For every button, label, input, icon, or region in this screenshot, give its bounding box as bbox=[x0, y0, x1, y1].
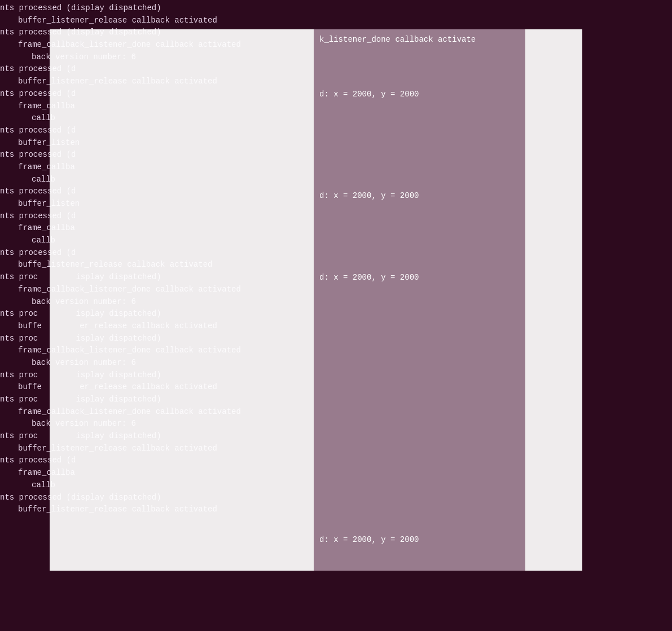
log-line: frame_callback_listener_done callback ac… bbox=[0, 39, 672, 51]
log-line: nts processed (d bbox=[0, 186, 672, 198]
log-line: nts proc isplay dispatched) bbox=[0, 394, 672, 406]
log-line: buffe er_release callback activated bbox=[0, 320, 672, 333]
log-line: nts proc isplay dispatched) bbox=[0, 271, 672, 284]
log-line: nts processed (d bbox=[0, 125, 672, 137]
log-line: buffer_listener_release callback activat… bbox=[0, 504, 672, 516]
log-line: frame_callba bbox=[0, 222, 672, 235]
log-line: frame_callba bbox=[0, 161, 672, 174]
log-line: nts proc isplay dispatched) bbox=[0, 333, 672, 345]
log-line: buffe er_release callback activated bbox=[0, 381, 672, 394]
log-line: back version number: 6 bbox=[0, 51, 672, 64]
log-line: nts processed (d bbox=[0, 88, 672, 100]
log-line: nts processed (d bbox=[0, 455, 672, 467]
log-line: nts processed (d bbox=[0, 247, 672, 259]
log-line: frame_callba bbox=[0, 100, 672, 113]
log-line: buffe_listener_release callback activate… bbox=[0, 259, 672, 271]
log-line: callb bbox=[0, 174, 672, 186]
log-line: frame_callback_listener_done callback ac… bbox=[0, 345, 672, 357]
log-line: buffer_listener_release callback activat… bbox=[0, 443, 672, 455]
log-line: nts processed (display dispatched) bbox=[0, 27, 672, 39]
log-line: frame_callback_listener_done callback ac… bbox=[0, 406, 672, 418]
log-line: nts processed (d bbox=[0, 210, 672, 223]
log-line: frame_callba bbox=[0, 467, 672, 479]
log-line: callb bbox=[0, 235, 672, 247]
log-line: back version number: 6 bbox=[0, 357, 672, 369]
log-line: buffer_listener_release callback activat… bbox=[0, 15, 672, 27]
log-line: nts proc isplay dispatched) bbox=[0, 430, 672, 443]
log-line: buffer_listen bbox=[0, 137, 672, 149]
log-line: back version number: 6 bbox=[0, 296, 672, 308]
log-line: nts processed (display dispatched) bbox=[0, 2, 672, 15]
log-line: nts processed (d bbox=[0, 149, 672, 161]
log-line: nts proc isplay dispatched) bbox=[0, 369, 672, 382]
log-line: callb bbox=[0, 112, 672, 125]
log-line: nts processed (d bbox=[0, 63, 672, 76]
log-line: back version number: 6 bbox=[0, 418, 672, 430]
log-line: nts proc isplay dispatched) bbox=[0, 308, 672, 320]
log-line: buffer_listen bbox=[0, 198, 672, 210]
log-line: callb bbox=[0, 479, 672, 492]
terminal-output: nts processed (display dispatched) buffe… bbox=[0, 0, 672, 631]
log-line: frame_callback_listener_done callback ac… bbox=[0, 284, 672, 296]
log-line: buffer_listener_release callback activat… bbox=[0, 76, 672, 88]
log-line: nts processed (display dispatched) bbox=[0, 492, 672, 504]
